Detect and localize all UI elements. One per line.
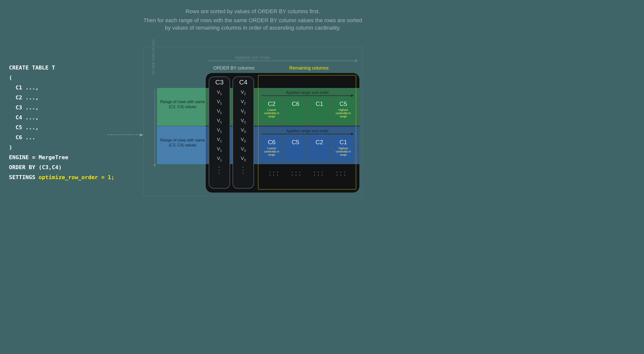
range-label-2: Range of rows with same (C3, C4) values xyxy=(159,138,206,148)
orderby-col-c3: C3 V1 V1 V1 V1 V1 V1 V1 V1 ●●● xyxy=(209,76,230,189)
chip-blue-3: C2 xyxy=(309,137,330,161)
ondisk-order-label: On-disk order of rows xyxy=(151,22,155,92)
ondisk-order-arrow xyxy=(154,89,155,167)
description: Rows are sorted by values of ORDER BY co… xyxy=(143,6,362,33)
chip-blue-1: C6Lowest cardinality in range xyxy=(262,137,282,161)
range-band-2: Range of rows with same (C3, C4) values … xyxy=(157,126,360,164)
chip-green-2: C6 xyxy=(285,98,306,122)
range-sort-arrow-1 xyxy=(262,95,354,96)
chip-blue-4: C1Highest cardinality in range xyxy=(333,137,354,161)
desc-line-2: Then for each range of rows with the sam… xyxy=(143,17,362,32)
remaining-dots: ● ● ●● ● ● ● ● ●● ● ● ● ● ●● ● ● ● ● ●● … xyxy=(263,171,352,177)
storage-panel: Range of rows with same (C3, C4) values … xyxy=(206,73,360,193)
range-sort-label-2: Applied range sort order xyxy=(262,129,354,133)
range-sort-label-1: Applied range sort order xyxy=(262,90,354,95)
range-sort-arrow-2 xyxy=(262,134,354,134)
chip-green-4: C5Highest cardinality in range xyxy=(333,98,354,122)
desc-line-1: Rows are sorted by values of ORDER BY co… xyxy=(143,8,362,15)
dots-c4: ●●● xyxy=(233,166,254,175)
remaining-columns-label: Remaining columns xyxy=(260,66,358,71)
diagram-frame: Applied sort order ORDER BY columns Rema… xyxy=(143,47,362,196)
range-band-1: Range of rows with same (C3, C4) values … xyxy=(157,88,360,126)
chip-green-1: C2Lowest cardinality in range xyxy=(262,98,282,122)
dots-c3: ●●● xyxy=(209,166,230,175)
orderby-col-c4: C4 V2 V2 V2 V2 V3 V3 V3 V3 ●●● xyxy=(232,76,254,189)
chip-green-3: C1 xyxy=(309,98,330,122)
chip-blue-2: C5 xyxy=(285,137,306,161)
orderby-columns-label: ORDER BY columns xyxy=(210,66,258,71)
sql-code: CREATE TABLE T ( C1 ..., C2 ..., C3 ...,… xyxy=(9,63,114,182)
applied-sort-order-label: Applied sort order xyxy=(144,55,362,60)
applied-sort-order-arrow xyxy=(208,61,358,61)
link-arrow xyxy=(108,134,142,135)
range-label-1: Range of rows with same (C3, C4) values xyxy=(159,99,206,109)
